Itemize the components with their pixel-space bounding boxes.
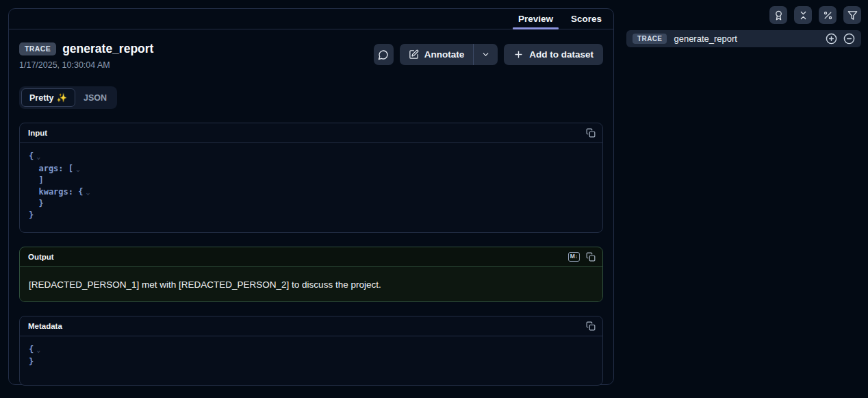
filter-icon: [847, 10, 858, 21]
collapse-chevron-icon[interactable]: ⌄: [36, 346, 40, 353]
metadata-panel: Metadata {⌄}: [19, 316, 603, 386]
percent-icon: [823, 10, 833, 21]
filter-toolbar-button[interactable]: [843, 6, 861, 24]
output-panel-header: Output M↓: [20, 247, 602, 267]
markdown-toggle-icon[interactable]: M↓: [568, 252, 580, 261]
toggle-pretty[interactable]: Pretty ✨: [21, 88, 75, 107]
tree-item-title: generate_report: [674, 34, 737, 44]
add-to-dataset-button[interactable]: Add to dataset: [504, 44, 603, 65]
trace-header-row: TRACE generate_report 1/17/2025, 10:30:0…: [19, 42, 603, 70]
tree-row-actions: [826, 33, 855, 45]
view-mode-toggle: Pretty ✨ JSON: [19, 86, 117, 109]
output-panel-title: Output: [28, 253, 54, 261]
toggle-json[interactable]: JSON: [75, 89, 115, 107]
code-line: ]: [29, 175, 593, 186]
code-line: }: [29, 356, 593, 368]
collapse-chevron-icon[interactable]: ⌄: [36, 153, 40, 160]
award-icon: [774, 10, 784, 21]
comment-button[interactable]: [374, 44, 394, 65]
copy-icon[interactable]: [586, 321, 596, 331]
input-json-viewer: {⌄ args: [⌄ ] kwargs: {⌄ }}: [20, 143, 602, 232]
annotate-button[interactable]: Annotate: [400, 44, 474, 65]
preview-scores-tabbar: Preview Scores: [9, 9, 613, 29]
output-content: [REDACTED_PERSON_1] met with [REDACTED_P…: [20, 267, 602, 301]
input-panel-header: Input: [20, 123, 602, 143]
collapse-chevron-icon[interactable]: ⌄: [76, 165, 80, 173]
trace-panel-body: TRACE generate_report 1/17/2025, 10:30:0…: [9, 29, 613, 386]
output-text: [REDACTED_PERSON_1] met with [REDACTED_P…: [29, 279, 381, 290]
code-line: }: [29, 210, 593, 221]
trace-type-badge: TRACE: [633, 34, 667, 44]
trace-type-badge: TRACE: [19, 42, 56, 55]
annotate-split-button: Annotate: [400, 44, 498, 65]
plus-icon: [513, 49, 524, 60]
tab-scores[interactable]: Scores: [562, 9, 611, 29]
trace-identity: TRACE generate_report 1/17/2025, 10:30:0…: [19, 42, 153, 70]
collapse-toolbar-button[interactable]: [794, 6, 812, 24]
metadata-panel-title: Metadata: [28, 322, 62, 330]
trace-detail-panel: Preview Scores TRACE generate_report 1/1…: [8, 8, 614, 385]
metadata-panel-header: Metadata: [20, 316, 602, 336]
annotate-dropdown-button[interactable]: [474, 44, 498, 65]
comment-icon: [378, 49, 389, 60]
sparkles-icon: ✨: [56, 92, 67, 103]
annotate-button-label: Annotate: [424, 49, 465, 60]
percent-toolbar-button[interactable]: [819, 6, 837, 24]
code-line: }: [29, 198, 593, 210]
copy-icon[interactable]: [586, 128, 596, 138]
toggle-pretty-label: Pretty: [29, 93, 53, 103]
annotate-icon: [409, 49, 419, 60]
tab-preview[interactable]: Preview: [509, 9, 562, 29]
metadata-json-viewer: {⌄}: [20, 336, 602, 385]
code-line: {⌄: [29, 344, 593, 356]
input-panel-title: Input: [28, 129, 47, 137]
scores-toolbar-button[interactable]: [769, 6, 787, 24]
trace-tree-row[interactable]: TRACE generate_report: [626, 30, 861, 47]
output-panel: Output M↓ [REDACTED_PERSON_1] met with […: [19, 247, 603, 302]
chevron-down-icon: [481, 50, 490, 59]
collapse-icon: [798, 10, 808, 21]
page-title: generate_report: [62, 42, 153, 56]
code-line: {⌄: [29, 151, 593, 163]
input-panel: Input {⌄ args: [⌄ ] kwargs: {⌄ }}: [19, 123, 603, 233]
code-line: args: [⌄: [29, 163, 593, 175]
copy-icon[interactable]: [586, 252, 596, 262]
minus-circle-icon[interactable]: [843, 33, 855, 45]
plus-circle-icon[interactable]: [826, 33, 837, 45]
collapse-chevron-icon[interactable]: ⌄: [86, 188, 90, 196]
toolbar-icons: [769, 6, 861, 24]
add-to-dataset-label: Add to dataset: [529, 49, 593, 60]
trace-actions: Annotate Add to dataset: [374, 44, 603, 65]
trace-timestamp: 1/17/2025, 10:30:04 AM: [19, 60, 153, 70]
trace-viewer-page: { "tabs": { "preview": "Preview", "score…: [0, 0, 868, 398]
code-line: kwargs: {⌄: [29, 186, 593, 199]
